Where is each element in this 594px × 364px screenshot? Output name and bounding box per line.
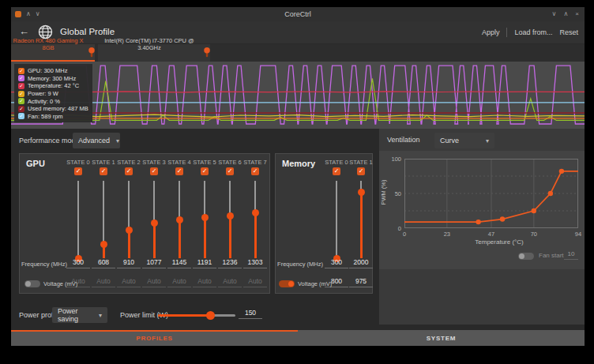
state-slider-handle[interactable]	[176, 216, 183, 223]
tab-profiles[interactable]: PROFILES	[11, 332, 298, 346]
fan-curve-point[interactable]	[559, 169, 564, 174]
state-slider-handle[interactable]	[126, 227, 133, 234]
power-limit-value[interactable]: 150	[239, 309, 262, 319]
state-checkbox[interactable]: ✓	[251, 167, 259, 175]
power-limit-slider[interactable]	[158, 314, 235, 317]
state-frequency-value[interactable]: 300	[66, 258, 90, 268]
fan-curve-point[interactable]	[500, 216, 505, 221]
legend-checkbox[interactable]: ✓	[18, 106, 24, 112]
state-column: STATE 6✓1236Auto	[216, 159, 243, 287]
state-frequency-value[interactable]: 1303	[243, 258, 267, 268]
state-column: STATE 2✓910Auto	[115, 159, 142, 287]
state-slider-track[interactable]	[77, 181, 79, 258]
state-frequency-value[interactable]: 1236	[218, 258, 242, 268]
state-slider-handle[interactable]	[358, 189, 365, 196]
state-voltage-value[interactable]: Auto	[167, 277, 191, 287]
voltage-toggle[interactable]	[24, 280, 40, 287]
state-slider-handle[interactable]	[201, 214, 209, 221]
state-voltage-value[interactable]: Auto	[218, 277, 242, 287]
state-checkbox[interactable]: ✓	[333, 167, 340, 175]
state-label: STATE 4	[166, 159, 193, 166]
state-voltage-value[interactable]: Auto	[193, 277, 216, 287]
state-slider-handle[interactable]	[227, 212, 234, 220]
ventilation-mode-dropdown[interactable]: Curve ▾	[434, 133, 494, 148]
close-icon[interactable]: ×	[575, 7, 579, 21]
state-voltage-value[interactable]: 975	[349, 277, 373, 287]
legend-checkbox[interactable]: ✓	[18, 98, 24, 104]
state-frequency-value[interactable]: 1145	[167, 258, 191, 268]
legend-checkbox[interactable]: ✓	[18, 91, 24, 97]
chevron-down-icon: ▾	[486, 137, 489, 144]
x-tick-label: 70	[524, 231, 543, 238]
state-voltage-value[interactable]: Auto	[243, 277, 267, 287]
fan-curve-point[interactable]	[548, 191, 553, 196]
state-voltage-value[interactable]: Auto	[92, 277, 115, 287]
back-button[interactable]: ←	[19, 25, 29, 37]
bottom-tab-bar: PROFILES SYSTEM	[11, 330, 585, 346]
state-checkbox[interactable]: ✓	[175, 167, 183, 175]
state-checkbox[interactable]: ✓	[357, 167, 365, 175]
thermometer-icon	[204, 47, 210, 58]
state-column: STATE 5✓1191Auto	[191, 159, 218, 287]
legend-label: GPU: 300 MHz	[28, 67, 67, 74]
state-column: STATE 3✓1077Auto	[141, 159, 167, 287]
state-column: STATE 1✓2000975	[348, 159, 374, 287]
state-checkbox[interactable]: ✓	[125, 167, 133, 175]
state-slider-fill	[128, 231, 130, 258]
state-column: STATE 7✓1303Auto	[242, 159, 269, 287]
state-frequency-value[interactable]: 608	[92, 258, 115, 268]
state-frequency-value[interactable]: 300	[325, 258, 348, 268]
legend-item: ✓Used memory: 487 MB	[18, 105, 88, 113]
x-tick-label: 23	[438, 231, 457, 238]
fan-start-value[interactable]: 10	[564, 250, 578, 260]
state-slider-handle[interactable]	[100, 241, 107, 248]
voltage-row-label: Voltage (mV)	[298, 280, 332, 287]
state-slider-handle[interactable]	[252, 209, 259, 216]
tab-system[interactable]: SYSTEM	[298, 332, 585, 346]
minimize-icon[interactable]: ∨	[552, 7, 557, 21]
fan-curve-plot[interactable]	[404, 159, 578, 228]
fan-start-toggle[interactable]	[518, 253, 534, 260]
device-tabs: Radeon RX 480 Gaming X 8GB [GPU 0] Intel…	[11, 44, 585, 62]
power-profile-dropdown[interactable]: Power saving ▾	[52, 307, 107, 323]
state-checkbox[interactable]: ✓	[74, 167, 82, 175]
fan-curve-point[interactable]	[532, 208, 536, 213]
apply-button[interactable]: Apply	[482, 28, 500, 36]
state-checkbox[interactable]: ✓	[201, 167, 209, 175]
voltage-toggle[interactable]	[279, 280, 295, 287]
fan-curve-point[interactable]	[476, 220, 480, 224]
y-tick-label: 100	[385, 156, 401, 163]
state-voltage-value[interactable]: Auto	[142, 277, 166, 287]
maximize-icon[interactable]: ∧	[563, 7, 568, 21]
voltage-row-label: Voltage (mV)	[43, 280, 77, 287]
state-frequency-value[interactable]: 910	[117, 258, 141, 268]
load-from-button[interactable]: Load from...	[514, 28, 552, 36]
state-label: STATE 6	[216, 159, 243, 166]
state-voltage-value[interactable]: Auto	[117, 277, 141, 287]
power-row: Power profile Power saving ▾ Power limit…	[11, 307, 374, 325]
state-slider-handle[interactable]	[151, 220, 158, 227]
state-frequency-value[interactable]: 1191	[193, 258, 216, 268]
power-limit-slider-handle[interactable]	[206, 311, 215, 320]
power-series-line	[11, 114, 585, 117]
reset-button[interactable]: Reset	[559, 28, 578, 36]
legend-label: Activity: 0 %	[28, 98, 60, 105]
y-tick-label: 50	[385, 190, 401, 197]
state-frequency-value[interactable]: 1077	[142, 258, 166, 268]
state-checkbox[interactable]: ✓	[226, 167, 234, 175]
legend-checkbox[interactable]: ✓	[18, 113, 24, 119]
legend-checkbox[interactable]: ✓	[18, 75, 24, 81]
state-slider-fill	[204, 218, 206, 258]
legend-checkbox[interactable]: ✓	[18, 68, 24, 74]
state-column: STATE 4✓1145Auto	[166, 159, 193, 287]
tab-cpu-device[interactable]: Intel(R) Core(TM) i7-3770 CPU @ 3.40GHz …	[98, 44, 210, 62]
state-checkbox[interactable]: ✓	[150, 167, 158, 175]
performance-mode-dropdown[interactable]: Advanced ▾	[73, 133, 120, 148]
state-label: STATE 1	[90, 159, 117, 166]
legend-checkbox[interactable]: ✓	[18, 83, 24, 89]
tab-gpu-device[interactable]: Radeon RX 480 Gaming X 8GB [GPU 0]	[11, 44, 95, 62]
state-checkbox[interactable]: ✓	[100, 167, 107, 175]
state-label: STATE 7	[242, 159, 269, 166]
state-slider-track[interactable]	[336, 181, 337, 258]
state-frequency-value[interactable]: 2000	[349, 258, 373, 268]
